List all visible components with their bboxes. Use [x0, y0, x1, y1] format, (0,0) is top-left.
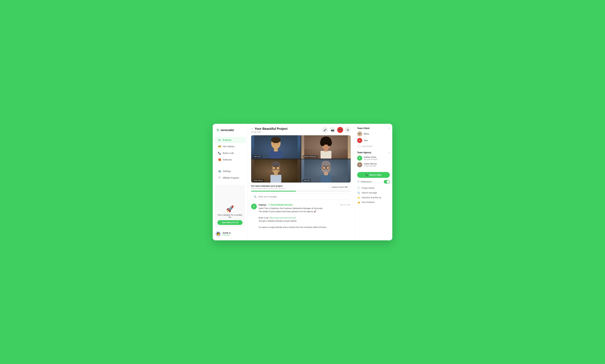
screen-icon: 🖥	[346, 129, 349, 131]
member-name-arlene: Arlene McCoy	[364, 163, 377, 165]
notifications-toggle[interactable]	[384, 180, 390, 183]
project-date: 14 Apr 2022	[251, 131, 288, 133]
estimation-subtitle: The estimation takes no more than 24 hou…	[251, 187, 285, 189]
main-content: ← Your Beautiful Project 14 Apr 2022 🎤 📷…	[247, 124, 355, 240]
avatar-kathryn: K	[357, 156, 362, 161]
sidebar-label-hire-talents: Hire Talents	[223, 145, 235, 148]
panel-link-search-message[interactable]: 🔍 Search message	[357, 190, 390, 195]
chat-meta-kathryn: Kathryn ✓ Sucsess Manager Zerocoder Apri…	[259, 204, 351, 206]
member-role-arlene: Project Manager	[364, 165, 377, 167]
nav-primary: 🗂 Projects 💳 Hire Talents 📞 Book a call …	[213, 137, 247, 163]
sidebar-item-hire-talents[interactable]: 💳 Hire Talents	[214, 143, 246, 150]
sidebar-label-referrals: Referrals	[223, 158, 232, 161]
panel-link-give-feedback[interactable]: 👍 Give feedback	[357, 200, 390, 205]
search-message-icon: 🔍	[357, 192, 360, 194]
video-cell-john: John Knoll	[251, 135, 301, 159]
svg-rect-36	[324, 172, 328, 175]
sidebar-item-settings[interactable]: ⚙️ Settings	[214, 168, 246, 174]
video-label-stan: Stan Bell	[302, 179, 311, 182]
search-message-label: Search message	[362, 192, 377, 194]
svg-rect-35	[320, 175, 331, 182]
affiliate-icon: 🛡	[218, 176, 221, 179]
cancel-offer-button[interactable]: I wanna cancel offer	[329, 185, 351, 190]
screen-share-button[interactable]: 🖥	[345, 127, 351, 133]
team-client-header: Team Client ∨	[357, 127, 390, 130]
panel-link-project-details[interactable]: 📄 Project details	[357, 186, 390, 190]
camera-button[interactable]: 📷	[329, 127, 336, 133]
add-member-row[interactable]: + Add member	[357, 144, 390, 148]
need-help-label: Need A Help	[369, 174, 381, 176]
member-maria: M Maria	[357, 131, 390, 136]
panel-link-important-flow[interactable]: ⭐ Important ang flow up	[357, 195, 390, 200]
video-cell-wade: Wade Warren	[251, 159, 301, 182]
nav-secondary: ⚙️ Settings 🛡 Affiliate Program	[213, 168, 247, 181]
mic-icon: 🎤	[323, 129, 327, 131]
member-arlene: A Arlene McCoy Project Manager	[357, 162, 390, 167]
estimation-area: Our team estimates your project The esti…	[251, 185, 351, 192]
chat-avatar-kathryn: K	[251, 204, 257, 209]
mic-button[interactable]: 🎤	[322, 127, 328, 133]
attach-icon[interactable]: 📎	[253, 195, 257, 198]
user-info: Justin A. Free plan	[223, 232, 231, 236]
message-input[interactable]	[258, 195, 348, 198]
sidebar-item-book-call[interactable]: 📞 Book a call	[214, 150, 246, 156]
avatar: 🧑	[216, 231, 221, 237]
member-kathryn: K Kathryn Pena Success Manager	[357, 156, 390, 161]
avatar-maria: M	[357, 131, 362, 136]
sidebar-label-projects: Projects	[223, 139, 231, 141]
end-call-button[interactable]: 📞	[337, 127, 343, 133]
video-label-darlene: Darlene Robertson	[302, 155, 318, 158]
promo-emoji: 🚀	[226, 205, 234, 213]
estimation-header: Our team estimates your project The esti…	[251, 185, 351, 190]
notifications-text: Notifications	[361, 181, 372, 183]
sidebar: ↻ zerocoder 🗂 Projects 💳 Hire Talents 📞 …	[213, 124, 247, 240]
estimation-title: Our team estimates your project	[251, 185, 285, 187]
svg-point-30	[321, 161, 330, 167]
team-client-title: Team Client	[357, 127, 369, 130]
chat-sender-name: Kathryn	[259, 204, 266, 206]
svg-point-3	[271, 137, 281, 143]
svg-point-6	[273, 143, 275, 145]
svg-rect-5	[274, 148, 278, 151]
progress-fill	[251, 191, 296, 192]
project-header: ← Your Beautiful Project 14 Apr 2022 🎤 📷…	[247, 124, 355, 133]
svg-point-7	[277, 143, 278, 145]
team-agency-chevron[interactable]: ∨	[388, 151, 390, 154]
svg-point-13	[320, 139, 325, 146]
notifications-label: 📩 Notifications	[357, 181, 372, 183]
hire-talents-icon: 💳	[218, 145, 221, 148]
video-cell-darlene: Darlene Robertson	[301, 135, 351, 159]
give-feedback-icon: 👍	[357, 201, 360, 204]
promo-button[interactable]: Start Week For 7$	[217, 220, 242, 225]
chat-badge: ✓ Sucsess Manager Zerocoder	[268, 204, 293, 206]
member-info-kathryn: Kathryn Pena Success Manager	[364, 156, 378, 160]
chat-link[interactable]: https://app.zerocoder.com/call	[269, 217, 296, 219]
sidebar-item-referrals[interactable]: 🎁 Referrals	[214, 156, 246, 163]
logo-icon: ↻	[216, 128, 219, 132]
promo-text: Hire a designer for a monthly fee	[217, 214, 242, 218]
logo: ↻ zerocoder	[213, 128, 247, 137]
video-label-john: John Knoll	[252, 155, 262, 158]
badge-check-icon: ✓	[269, 204, 270, 206]
message-input-row[interactable]: 📎	[251, 194, 351, 200]
notifications-row: 📩 Notifications	[357, 180, 390, 183]
important-flow-icon: ⭐	[357, 196, 360, 199]
sidebar-item-affiliate[interactable]: 🛡 Affiliate Program	[214, 175, 246, 181]
end-call-icon: 📞	[338, 128, 342, 132]
need-help-button[interactable]: 📞 Need A Help	[357, 172, 390, 178]
back-arrow[interactable]: ←	[251, 127, 254, 130]
member-name-alex: Alex	[364, 139, 368, 142]
camera-icon: 📷	[331, 129, 334, 131]
team-client-section: Team Client ∨ M Maria A Alex + Add membe…	[357, 127, 390, 148]
app-window: ↻ zerocoder 🗂 Projects 💳 Hire Talents 📞 …	[213, 124, 392, 240]
settings-icon: ⚙️	[218, 170, 221, 173]
chat-area: K Kathryn ✓ Sucsess Manager Zerocoder Ap…	[247, 200, 355, 232]
sidebar-item-projects[interactable]: 🗂 Projects	[214, 137, 246, 143]
project-details-label: Project details	[362, 187, 374, 189]
need-help-icon: 📞	[366, 174, 368, 176]
nav-divider	[213, 165, 247, 166]
chat-time: April 14, 2022	[340, 204, 351, 206]
right-panel: Team Client ∨ M Maria A Alex + Add membe…	[355, 124, 392, 240]
team-client-chevron[interactable]: ∨	[388, 127, 390, 129]
sidebar-label-affiliate: Affiliate Program	[223, 177, 239, 179]
